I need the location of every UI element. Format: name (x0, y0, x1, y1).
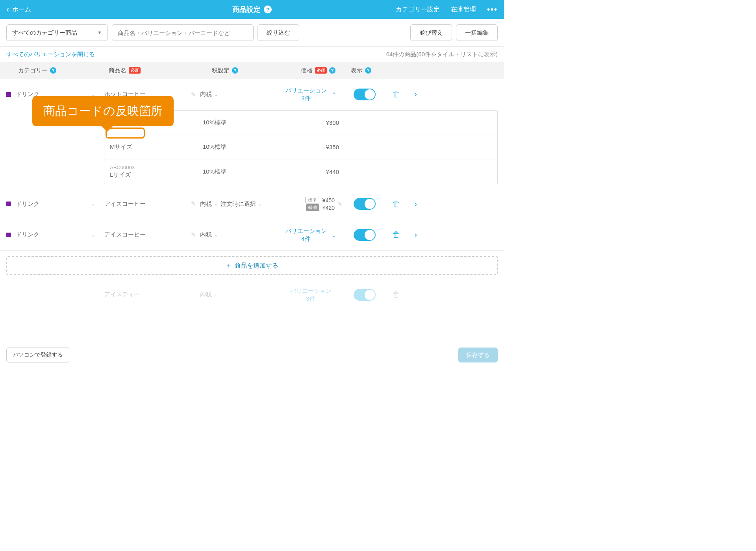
category-color-icon (6, 92, 11, 97)
display-toggle[interactable] (354, 89, 376, 100)
category-cell[interactable]: ドリンク ⌄ (6, 231, 102, 239)
variation-name: Mサイズ (110, 143, 203, 151)
chevron-right-icon[interactable]: › (415, 90, 417, 98)
variation-price: ¥350 (280, 144, 339, 150)
nav-category-settings[interactable]: カテゴリー設定 (396, 6, 440, 14)
product-name-cell[interactable]: アイスコーヒー ✎ (102, 200, 200, 208)
reduced-tax-badge: 軽減 (306, 204, 319, 211)
chevron-left-icon: ‹ (6, 4, 9, 15)
product-name-cell[interactable]: アイスコーヒー ✎ (102, 231, 200, 239)
table-header: カテゴリー? 商品名必須 税設定? 価格必須? 表示? (0, 62, 504, 79)
help-icon[interactable]: ? (50, 67, 56, 74)
edit-icon[interactable]: ✎ (191, 231, 196, 239)
display-toggle[interactable] (354, 198, 376, 210)
sort-button[interactable]: 並び替え (410, 24, 452, 41)
variation-row: ABC00003 Lサイズ 10%標準 ¥440 (104, 159, 497, 184)
trash-icon[interactable]: 🗑 (392, 90, 400, 99)
chevron-right-icon[interactable]: › (415, 231, 417, 239)
chevron-down-icon: ⌄ (214, 201, 218, 207)
chevron-down-icon: ⌄ (332, 232, 336, 238)
required-badge: 必須 (315, 67, 327, 74)
variation-code: ABC00003 (110, 165, 203, 170)
variation-name: Lサイズ (110, 171, 203, 179)
more-menu-icon[interactable]: ••• (487, 5, 498, 14)
back-button[interactable]: ‹ ホーム (6, 4, 31, 15)
category-color-icon (6, 233, 11, 237)
save-button[interactable]: 保存する (458, 348, 498, 362)
page-title-wrap: 商品設定 ? (232, 5, 272, 14)
chevron-down-icon: ⌄ (214, 92, 218, 97)
category-cell[interactable]: ドリンク ⌄ (6, 200, 102, 208)
add-product-button[interactable]: ＋ 商品を追加する (6, 256, 498, 275)
sub-bar: すべてのバリエーションを閉じる 64件の商品(60件をタイル・リストに表示) (0, 47, 504, 62)
chevron-down-icon: ⌄ (91, 201, 95, 207)
plus-icon: ＋ (226, 262, 232, 270)
help-icon[interactable]: ? (264, 6, 272, 13)
trash-icon[interactable]: 🗑 (392, 200, 400, 209)
price-cell[interactable]: バリエーション 3件 ⌃ (276, 87, 345, 102)
help-icon[interactable]: ? (329, 67, 335, 74)
price-cell[interactable]: 標準¥450 軽減¥420 ✎ (276, 197, 345, 211)
product-row: ドリンク ⌄ アイスコーヒー ✎ 内税 ⌄ 注文時に選択 ⌄ 標準¥450 軽減… (0, 189, 504, 219)
help-icon[interactable]: ? (365, 67, 371, 74)
annotation-callout: 商品コードの反映箇所 (32, 96, 174, 126)
product-row: ドリンク ⌄ アイスコーヒー ✎ 内税 ⌄ バリエーション 4件 ⌄ 🗑 › (0, 219, 504, 251)
app-header: ‹ ホーム 商品設定 ? カテゴリー設定 在庫管理 ••• (0, 0, 504, 19)
chevron-up-icon: ⌃ (332, 91, 336, 98)
product-count-text: 64件の商品(60件をタイル・リストに表示) (386, 51, 498, 58)
bottom-bar: パソコンで登録する 保存する (0, 343, 504, 367)
search-input[interactable] (118, 30, 248, 36)
edit-icon[interactable]: ✎ (338, 201, 343, 207)
chevron-down-icon: ⌄ (214, 232, 218, 238)
price-cell[interactable]: バリエーション 4件 ⌄ (276, 227, 345, 242)
help-icon[interactable]: ? (232, 67, 238, 74)
edit-icon[interactable]: ✎ (191, 200, 196, 207)
bulk-edit-button[interactable]: 一括編集 (456, 24, 498, 41)
standard-tax-badge: 標準 (305, 197, 319, 203)
variation-price: ¥440 (280, 168, 339, 175)
filter-bar: すべてのカテゴリー商品 ▼ 絞り込む 並び替え 一括編集 (0, 19, 504, 47)
chevron-down-icon: ⌄ (91, 232, 95, 238)
display-toggle[interactable] (354, 229, 376, 241)
variation-tax: 10%標準 (203, 119, 280, 126)
pc-register-button[interactable]: パソコンで登録する (6, 348, 69, 362)
product-row-faded: アイスティー 内税⌄ バリエーション 3件 🗑 (0, 281, 504, 302)
chevron-right-icon[interactable]: › (415, 200, 417, 208)
search-input-wrap (112, 24, 254, 41)
tax-cell[interactable]: 内税 ⌄ (200, 91, 276, 98)
trash-icon[interactable]: 🗑 (392, 230, 400, 239)
chevron-down-icon: ▼ (97, 30, 102, 35)
nav-inventory[interactable]: 在庫管理 (451, 6, 476, 14)
variation-row: Mサイズ 10%標準 ¥350 (104, 135, 497, 159)
close-all-variations-link[interactable]: すべてのバリエーションを閉じる (6, 51, 95, 58)
chevron-down-icon: ⌄ (258, 201, 262, 207)
required-badge: 必須 (129, 67, 141, 74)
variation-price: ¥300 (280, 119, 339, 126)
tax-cell[interactable]: 内税 ⌄ (200, 231, 276, 239)
variation-tax: 10%標準 (203, 143, 280, 151)
edit-icon[interactable]: ✎ (191, 91, 196, 98)
category-color-icon (6, 202, 11, 206)
tax-cell[interactable]: 内税 ⌄ 注文時に選択 ⌄ (200, 200, 276, 208)
category-filter-select[interactable]: すべてのカテゴリー商品 ▼ (6, 24, 108, 41)
back-label: ホーム (12, 6, 31, 14)
page-title: 商品設定 (232, 5, 261, 14)
variation-tax: 10%標準 (203, 168, 280, 176)
filter-button[interactable]: 絞り込む (258, 24, 299, 41)
